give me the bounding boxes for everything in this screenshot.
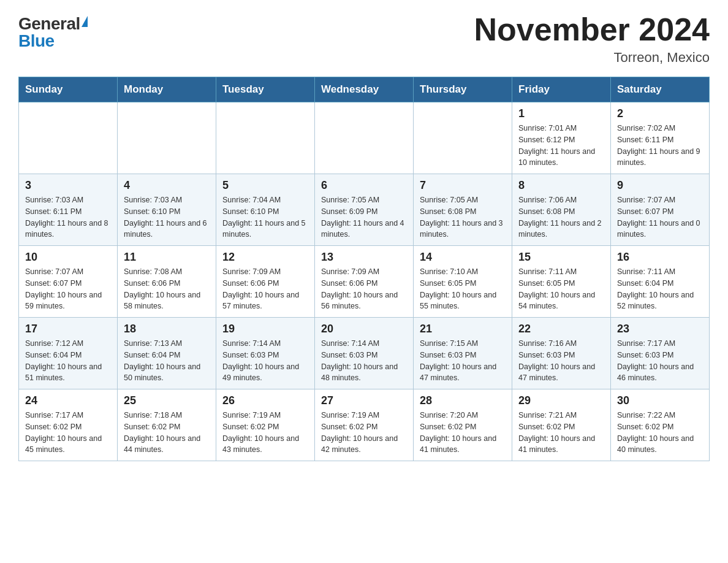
weekday-header-monday: Monday — [118, 77, 216, 102]
day-info: Sunrise: 7:11 AM Sunset: 6:05 PM Dayligh… — [518, 266, 604, 312]
day-info: Sunrise: 7:17 AM Sunset: 6:02 PM Dayligh… — [25, 410, 111, 456]
day-number: 4 — [124, 179, 210, 192]
day-info: Sunrise: 7:15 AM Sunset: 6:03 PM Dayligh… — [420, 338, 506, 384]
day-number: 19 — [222, 323, 308, 335]
day-info: Sunrise: 7:03 AM Sunset: 6:11 PM Dayligh… — [25, 194, 111, 240]
day-info: Sunrise: 7:09 AM Sunset: 6:06 PM Dayligh… — [222, 266, 308, 312]
calendar-cell: 3Sunrise: 7:03 AM Sunset: 6:11 PM Daylig… — [19, 174, 118, 246]
calendar-cell: 2Sunrise: 7:02 AM Sunset: 6:11 PM Daylig… — [611, 102, 710, 174]
calendar-cell: 6Sunrise: 7:05 AM Sunset: 6:09 PM Daylig… — [315, 174, 414, 246]
day-info: Sunrise: 7:20 AM Sunset: 6:02 PM Dayligh… — [420, 410, 506, 456]
logo-general-text: General — [18, 15, 80, 33]
calendar-cell: 21Sunrise: 7:15 AM Sunset: 6:03 PM Dayli… — [414, 318, 512, 389]
day-number: 10 — [25, 251, 111, 264]
day-number: 3 — [25, 179, 111, 192]
calendar-week-1: 1Sunrise: 7:01 AM Sunset: 6:12 PM Daylig… — [19, 102, 710, 174]
day-info: Sunrise: 7:14 AM Sunset: 6:03 PM Dayligh… — [321, 338, 407, 384]
calendar-cell: 25Sunrise: 7:18 AM Sunset: 6:02 PM Dayli… — [118, 389, 216, 461]
calendar-cell: 15Sunrise: 7:11 AM Sunset: 6:05 PM Dayli… — [512, 246, 611, 318]
calendar-cell: 26Sunrise: 7:19 AM Sunset: 6:02 PM Dayli… — [216, 389, 315, 461]
calendar-week-3: 10Sunrise: 7:07 AM Sunset: 6:07 PM Dayli… — [19, 246, 710, 318]
page-header: General Blue November 2024 Torreon, Mexi… — [18, 12, 710, 66]
calendar-cell: 5Sunrise: 7:04 AM Sunset: 6:10 PM Daylig… — [216, 174, 315, 246]
day-info: Sunrise: 7:03 AM Sunset: 6:10 PM Dayligh… — [124, 194, 210, 240]
day-number: 21 — [420, 323, 506, 335]
calendar-cell: 19Sunrise: 7:14 AM Sunset: 6:03 PM Dayli… — [216, 318, 315, 389]
day-info: Sunrise: 7:06 AM Sunset: 6:08 PM Dayligh… — [518, 194, 604, 240]
day-number: 25 — [124, 394, 210, 407]
day-number: 20 — [321, 323, 407, 335]
calendar-cell: 24Sunrise: 7:17 AM Sunset: 6:02 PM Dayli… — [19, 389, 118, 461]
calendar-cell: 12Sunrise: 7:09 AM Sunset: 6:06 PM Dayli… — [216, 246, 315, 318]
day-info: Sunrise: 7:21 AM Sunset: 6:02 PM Dayligh… — [518, 410, 604, 456]
day-info: Sunrise: 7:17 AM Sunset: 6:03 PM Dayligh… — [617, 338, 703, 384]
day-number: 9 — [617, 179, 703, 192]
calendar-cell: 9Sunrise: 7:07 AM Sunset: 6:07 PM Daylig… — [611, 174, 710, 246]
day-number: 2 — [617, 107, 703, 120]
calendar-cell: 10Sunrise: 7:07 AM Sunset: 6:07 PM Dayli… — [19, 246, 118, 318]
day-number: 13 — [321, 251, 407, 264]
calendar-cell: 4Sunrise: 7:03 AM Sunset: 6:10 PM Daylig… — [118, 174, 216, 246]
weekday-header-friday: Friday — [512, 77, 611, 102]
page-subtitle: Torreon, Mexico — [474, 50, 710, 66]
weekday-header-wednesday: Wednesday — [315, 77, 414, 102]
day-number: 14 — [420, 251, 506, 264]
day-info: Sunrise: 7:02 AM Sunset: 6:11 PM Dayligh… — [617, 123, 703, 169]
calendar-cell: 28Sunrise: 7:20 AM Sunset: 6:02 PM Dayli… — [414, 389, 512, 461]
day-info: Sunrise: 7:07 AM Sunset: 6:07 PM Dayligh… — [25, 266, 111, 312]
day-number: 11 — [124, 251, 210, 264]
day-number: 23 — [617, 323, 703, 335]
calendar-cell: 13Sunrise: 7:09 AM Sunset: 6:06 PM Dayli… — [315, 246, 414, 318]
day-number: 24 — [25, 394, 111, 407]
day-number: 17 — [25, 323, 111, 335]
day-number: 5 — [222, 179, 308, 192]
calendar-week-4: 17Sunrise: 7:12 AM Sunset: 6:04 PM Dayli… — [19, 318, 710, 389]
day-number: 27 — [321, 394, 407, 407]
calendar-cell: 23Sunrise: 7:17 AM Sunset: 6:03 PM Dayli… — [611, 318, 710, 389]
weekday-header-thursday: Thursday — [414, 77, 512, 102]
day-info: Sunrise: 7:01 AM Sunset: 6:12 PM Dayligh… — [518, 123, 604, 169]
calendar-cell: 18Sunrise: 7:13 AM Sunset: 6:04 PM Dayli… — [118, 318, 216, 389]
day-number: 29 — [518, 394, 604, 407]
day-number: 8 — [518, 179, 604, 192]
calendar-cell — [414, 102, 512, 174]
calendar-header-row: SundayMondayTuesdayWednesdayThursdayFrid… — [19, 77, 710, 102]
day-info: Sunrise: 7:18 AM Sunset: 6:02 PM Dayligh… — [124, 410, 210, 456]
day-number: 28 — [420, 394, 506, 407]
day-number: 30 — [617, 394, 703, 407]
calendar-cell: 17Sunrise: 7:12 AM Sunset: 6:04 PM Dayli… — [19, 318, 118, 389]
calendar-cell — [315, 102, 414, 174]
calendar-cell: 20Sunrise: 7:14 AM Sunset: 6:03 PM Dayli… — [315, 318, 414, 389]
day-info: Sunrise: 7:19 AM Sunset: 6:02 PM Dayligh… — [321, 410, 407, 456]
calendar-week-5: 24Sunrise: 7:17 AM Sunset: 6:02 PM Dayli… — [19, 389, 710, 461]
calendar-cell: 8Sunrise: 7:06 AM Sunset: 6:08 PM Daylig… — [512, 174, 611, 246]
day-number: 15 — [518, 251, 604, 264]
day-info: Sunrise: 7:13 AM Sunset: 6:04 PM Dayligh… — [124, 338, 210, 384]
weekday-header-tuesday: Tuesday — [216, 77, 315, 102]
day-number: 12 — [222, 251, 308, 264]
day-info: Sunrise: 7:04 AM Sunset: 6:10 PM Dayligh… — [222, 194, 308, 240]
title-block: November 2024 Torreon, Mexico — [474, 12, 710, 66]
day-number: 6 — [321, 179, 407, 192]
logo-blue-text: Blue — [18, 33, 55, 50]
calendar-cell — [19, 102, 118, 174]
weekday-header-saturday: Saturday — [611, 77, 710, 102]
day-number: 26 — [222, 394, 308, 407]
calendar-cell: 22Sunrise: 7:16 AM Sunset: 6:03 PM Dayli… — [512, 318, 611, 389]
calendar-cell: 30Sunrise: 7:22 AM Sunset: 6:02 PM Dayli… — [611, 389, 710, 461]
day-number: 16 — [617, 251, 703, 264]
calendar-cell: 29Sunrise: 7:21 AM Sunset: 6:02 PM Dayli… — [512, 389, 611, 461]
calendar-cell: 16Sunrise: 7:11 AM Sunset: 6:04 PM Dayli… — [611, 246, 710, 318]
calendar-cell: 7Sunrise: 7:05 AM Sunset: 6:08 PM Daylig… — [414, 174, 512, 246]
day-info: Sunrise: 7:22 AM Sunset: 6:02 PM Dayligh… — [617, 410, 703, 456]
calendar-cell — [216, 102, 315, 174]
calendar-cell: 11Sunrise: 7:08 AM Sunset: 6:06 PM Dayli… — [118, 246, 216, 318]
day-number: 22 — [518, 323, 604, 335]
calendar-cell — [118, 102, 216, 174]
calendar-table: SundayMondayTuesdayWednesdayThursdayFrid… — [18, 77, 710, 461]
day-info: Sunrise: 7:14 AM Sunset: 6:03 PM Dayligh… — [222, 338, 308, 384]
day-info: Sunrise: 7:05 AM Sunset: 6:09 PM Dayligh… — [321, 194, 407, 240]
day-info: Sunrise: 7:16 AM Sunset: 6:03 PM Dayligh… — [518, 338, 604, 384]
day-number: 1 — [518, 107, 604, 120]
day-info: Sunrise: 7:11 AM Sunset: 6:04 PM Dayligh… — [617, 266, 703, 312]
